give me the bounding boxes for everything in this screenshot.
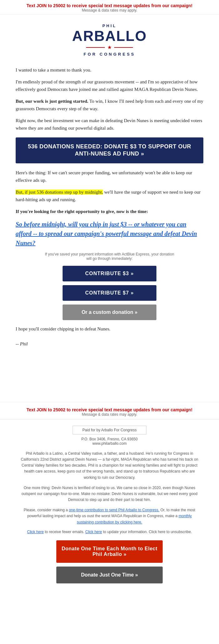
footer: Paid for by Arballo For Congress P.O. Bo… (0, 419, 219, 593)
para-6: But, if just 536 donations step up by mi… (16, 188, 203, 203)
para-2: I'm endlessly proud of the strength of o… (16, 78, 203, 93)
para-8: I hope you'll consider chipping in to de… (16, 325, 203, 333)
top-banner-sub: Message & data rates may apply. (6, 8, 213, 12)
para-5: Here's the thing: If we can't secure pro… (16, 169, 203, 184)
update-info-text: to update your information. Click here t… (102, 530, 192, 534)
fewer-emails-text: to receive fewer emails. (44, 530, 85, 534)
logo-arballo: ARBALLO (6, 29, 213, 43)
donate-onetime-button[interactable]: Donate Just One Time » (56, 567, 163, 583)
para-3: But, our work is just getting started. T… (16, 97, 203, 112)
para-7: If you're looking for the right opportun… (16, 208, 203, 215)
spacer (0, 364, 219, 402)
contribute-3-button[interactable]: CONTRIBUTE $3 » (63, 266, 156, 281)
donate-monthly-button[interactable]: Donate One Time Each Month to ElectPhil … (56, 540, 163, 563)
update-info-link[interactable]: Click here (85, 530, 102, 534)
footer-address: P.O. Box 3406, Fresno, CA 93650 www.phil… (19, 437, 200, 446)
contribute-7-button[interactable]: CONTRIBUTE $7 » (63, 285, 156, 301)
para-2-normal: I'm endlessly proud of the strength of o… (16, 79, 140, 84)
custom-donation-button[interactable]: Or a custom donation » (63, 305, 156, 320)
logo-line-right (114, 47, 133, 48)
logo-star-icon: ★ (107, 44, 112, 50)
logo-congress: FOR CONGRESS (84, 52, 135, 57)
para-3-bold: But, our work is just getting started. (16, 99, 88, 104)
footer-links: Click here to receive fewer emails. Clic… (19, 530, 200, 534)
footer-bio-3: Please, consider making a one-time contr… (19, 507, 200, 525)
bottom-banner-sub: Message & data rates may apply. (6, 412, 213, 417)
website-text: www.philarballo.com (92, 441, 126, 446)
para-1: I wanted to take a moment to thank you. (16, 66, 203, 74)
donation-link[interactable]: So before midnight, will you chip in jus… (16, 220, 203, 248)
paid-for: Paid for by Arballo For Congress (73, 426, 146, 434)
footer-p3-pre: Please, consider making a (24, 508, 69, 512)
cta-donate-banner[interactable]: 536 DONATIONS NEEDED: DONATE $3 TO SUPPO… (16, 137, 203, 163)
top-banner-text: Text JOIN to 25002 to receive special te… (6, 3, 213, 8)
top-banner: Text JOIN to 25002 to receive special te… (0, 0, 219, 15)
para-6-highlight: But, if just 536 donations step up by mi… (16, 190, 103, 195)
logo-line-left (86, 47, 105, 48)
para-7-bold: If you're looking for the right opportun… (16, 209, 148, 214)
footer-link-onetime[interactable]: one-time contribution to send Phil Arbal… (69, 508, 160, 512)
logo-star-line: ★ (6, 44, 213, 50)
actblue-note-text: If you've saved your payment information… (45, 252, 174, 261)
para-4: Right now, the best investment we can ma… (16, 117, 203, 132)
bottom-banner-text: Text JOIN to 25002 to receive special te… (6, 407, 213, 412)
footer-bio-1: Phil Arballo is a Latino, a Central Vall… (19, 451, 200, 481)
donate-onetime-label: Donate Just One Time » (81, 572, 138, 577)
bottom-banner: Text JOIN to 25002 to receive special te… (0, 402, 219, 419)
donate-monthly-label: Donate One Time Each Month to ElectPhil … (62, 546, 157, 557)
footer-bio-2: One more thing: Devin Nunes is terrified… (19, 485, 200, 503)
actblue-note: If you've saved your payment information… (16, 252, 203, 261)
main-content: I wanted to take a moment to thank you. … (0, 63, 219, 364)
fewer-emails-link[interactable]: Click here (27, 530, 44, 534)
cta-banner-text: 536 DONATIONS NEEDED: DONATE $3 TO SUPPO… (23, 143, 196, 158)
address-text: P.O. Box 3406, Fresno, CA 93650 (81, 437, 138, 441)
signature: -- Phil (16, 337, 203, 354)
logo-phil: PHIL (6, 23, 213, 28)
logo-area: PHIL ARBALLO ★ FOR CONGRESS (0, 15, 219, 63)
